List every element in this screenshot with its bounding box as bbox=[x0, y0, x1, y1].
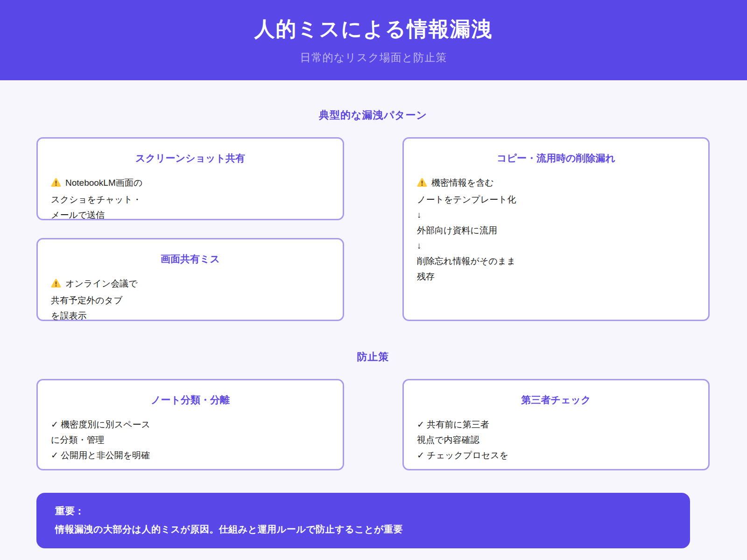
patterns-cards-row: スクリーンショット共有 NotebookLM画面の スクショをチャット・ メール… bbox=[36, 137, 710, 321]
important-note-label: 重要： bbox=[55, 504, 671, 518]
important-note-text: 情報漏洩の大部分は人的ミスが原因。仕組みと運用ルールで防止することが重要 bbox=[55, 523, 671, 536]
risk-card-screen-share-mistake: 画面共有ミス オンライン会議で 共有予定外のタブ を誤表示 bbox=[36, 238, 344, 321]
card-text-line: スクショをチャット・ bbox=[51, 192, 330, 207]
important-note-banner: 重要： 情報漏洩の大部分は人的ミスが原因。仕組みと運用ルールで防止することが重要 bbox=[36, 493, 690, 548]
card-text-line: 外部向け資料に流用 bbox=[417, 223, 695, 238]
card-body: 機密情報を含む ノートをテンプレート化 ↓ 外部向け資料に流用 ↓ 削除忘れ情報… bbox=[417, 175, 695, 284]
card-text-line: ✓ チェックプロセスを bbox=[417, 448, 695, 463]
section-heading-prevention: 防止策 bbox=[36, 321, 710, 364]
patterns-left-column: スクリーンショット共有 NotebookLM画面の スクショをチャット・ メール… bbox=[36, 137, 344, 321]
card-text-line: に分類・管理 bbox=[51, 432, 330, 448]
card-text: NotebookLM画面の bbox=[65, 178, 142, 188]
infographic-page: { "theme": { "accent_purple": "#5a47e8",… bbox=[0, 0, 747, 560]
card-text-line: NotebookLM画面の bbox=[51, 175, 330, 192]
patterns-right-column: コピー・流用時の削除漏れ 機密情報を含む ノートをテンプレート化 ↓ 外部向け資… bbox=[402, 137, 710, 321]
card-text-line: を誤表示 bbox=[51, 308, 330, 323]
card-body: オンライン会議で 共有予定外のタブ を誤表示 bbox=[51, 276, 330, 323]
card-text: オンライン会議で bbox=[65, 279, 138, 288]
card-text-line: ✓ 機密度別に別スペース bbox=[51, 417, 330, 432]
section-heading-patterns: 典型的な漏洩パターン bbox=[36, 80, 710, 122]
card-title: 第三者チェック bbox=[417, 393, 695, 406]
card-text-line: ✓ 公開用と非公開を明確 bbox=[51, 448, 330, 463]
header-banner: 人的ミスによる情報漏洩 日常的なリスク場面と防止策 bbox=[0, 0, 747, 80]
card-text-line: 視点で内容確認 bbox=[417, 432, 695, 448]
warning-icon bbox=[51, 176, 61, 192]
card-body: ✓ 機密度別に別スペース に分類・管理 ✓ 公開用と非公開を明確 bbox=[51, 417, 330, 463]
card-text-line: オンライン会議で bbox=[51, 276, 330, 293]
card-text-line: 削除忘れ情報がそのまま bbox=[417, 253, 695, 269]
card-text-line: ノートをテンプレート化 bbox=[417, 192, 695, 207]
risk-card-copy-reuse-deletion-miss: コピー・流用時の削除漏れ 機密情報を含む ノートをテンプレート化 ↓ 外部向け資… bbox=[402, 137, 710, 321]
prevention-card-note-classification: ノート分類・分離 ✓ 機密度別に別スペース に分類・管理 ✓ 公開用と非公開を明… bbox=[36, 379, 344, 470]
card-title: コピー・流用時の削除漏れ bbox=[417, 152, 695, 165]
prevention-cards-row: ノート分類・分離 ✓ 機密度別に別スペース に分類・管理 ✓ 公開用と非公開を明… bbox=[36, 379, 710, 470]
card-text-line: 共有予定外のタブ bbox=[51, 293, 330, 308]
card-text: 機密情報を含む bbox=[431, 178, 494, 188]
card-title: ノート分類・分離 bbox=[51, 393, 330, 406]
prevention-card-third-party-check: 第三者チェック ✓ 共有前に第三者 視点で内容確認 ✓ チェックプロセスを bbox=[402, 379, 710, 470]
risk-card-screenshot-share: スクリーンショット共有 NotebookLM画面の スクショをチャット・ メール… bbox=[36, 137, 344, 220]
arrow-down-glyph: ↓ bbox=[417, 207, 695, 223]
card-text-line: 機密情報を含む bbox=[417, 175, 695, 192]
arrow-down-glyph: ↓ bbox=[417, 238, 695, 253]
card-title: 画面共有ミス bbox=[51, 252, 330, 266]
warning-icon bbox=[417, 176, 427, 192]
card-title: スクリーンショット共有 bbox=[51, 152, 330, 165]
card-text-line: ✓ 共有前に第三者 bbox=[417, 417, 695, 432]
card-body: NotebookLM画面の スクショをチャット・ メールで送信 bbox=[51, 175, 330, 223]
card-text-line: メールで送信 bbox=[51, 207, 330, 223]
warning-icon bbox=[51, 277, 61, 293]
page-subtitle: 日常的なリスク場面と防止策 bbox=[300, 50, 447, 65]
page-title: 人的ミスによる情報漏洩 bbox=[254, 15, 493, 43]
card-body: ✓ 共有前に第三者 視点で内容確認 ✓ チェックプロセスを bbox=[417, 417, 695, 463]
card-text-line: 残存 bbox=[417, 269, 695, 284]
content-area: 典型的な漏洩パターン スクリーンショット共有 NotebookLM画面の スクシ… bbox=[36, 80, 710, 470]
